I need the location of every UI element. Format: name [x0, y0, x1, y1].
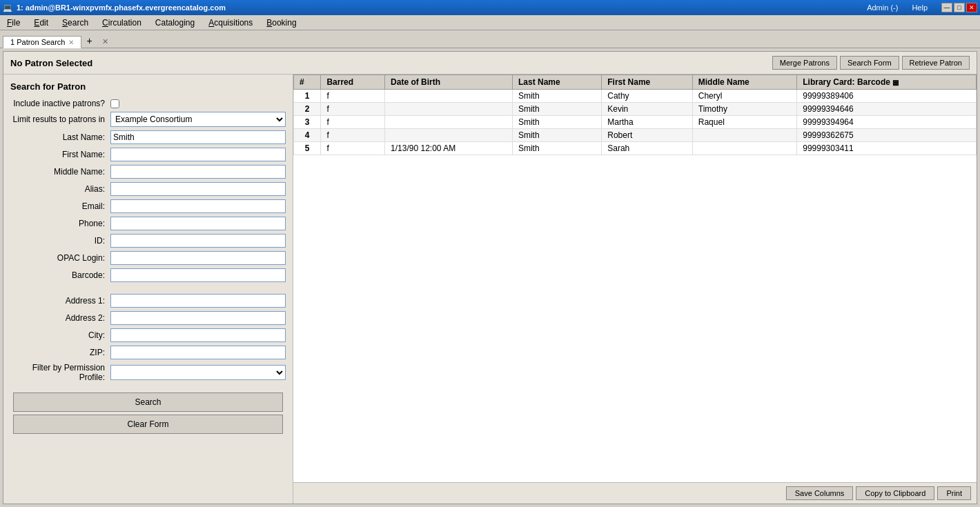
first-name-label: First Name:	[10, 150, 110, 159]
barcode-input[interactable]	[110, 268, 286, 282]
address1-label: Address 1:	[10, 296, 110, 306]
results-panel: # Barred Date of Birth Last Name First N…	[293, 74, 977, 504]
email-input[interactable]	[110, 199, 286, 213]
col-barcode: Library Card: Barcode ▦	[797, 75, 977, 90]
limit-results-label: Limit results to patrons in	[10, 115, 110, 124]
menu-bar: File Edit Search Circulation Cataloging …	[0, 15, 980, 30]
tab-patron-search[interactable]: 1 Patron Search ✕	[3, 36, 81, 48]
city-input[interactable]	[110, 328, 286, 342]
opac-login-row: OPAC Login:	[10, 251, 286, 265]
limit-results-row: Limit results to patrons in Example Cons…	[10, 112, 286, 127]
title-bar: 💻 1: admin@BR1-winxpvmfx.phasefx.evergre…	[0, 0, 980, 15]
menu-file[interactable]: File	[3, 17, 24, 29]
tab-add-button[interactable]: +	[81, 34, 98, 48]
minimize-button[interactable]: —	[941, 3, 952, 12]
col-dob: Date of Birth	[385, 75, 513, 90]
menu-booking[interactable]: Booking	[262, 17, 300, 29]
table-row[interactable]: 5f1/13/90 12:00 AMSmithSarah99999303411	[294, 142, 977, 155]
alias-label: Alias:	[10, 184, 110, 194]
tab-patron-search-label: 1 Patron Search	[10, 38, 66, 46]
menu-search[interactable]: Search	[58, 17, 92, 29]
action-buttons: Merge Patrons Search Form Retrieve Patro…	[772, 56, 970, 70]
main-content: No Patron Selected Merge Patrons Search …	[3, 51, 977, 504]
menu-edit[interactable]: Edit	[30, 17, 52, 29]
include-inactive-label: Include inactive patrons?	[10, 99, 110, 108]
tab-bar: 1 Patron Search ✕ + ✕	[0, 30, 980, 48]
table-row[interactable]: 1fSmithCathyCheryl99999389406	[294, 90, 977, 103]
last-name-label: Last Name:	[10, 132, 110, 142]
first-name-input[interactable]	[110, 148, 286, 161]
action-bar: No Patron Selected Merge Patrons Search …	[3, 52, 977, 74]
id-row: ID:	[10, 234, 286, 248]
city-label: City:	[10, 330, 110, 340]
barcode-label: Barcode:	[10, 270, 110, 280]
permission-profile-select[interactable]	[110, 365, 286, 380]
col-num: #	[294, 75, 321, 90]
menu-acquisitions[interactable]: Acquisitions	[204, 17, 257, 29]
email-row: Email:	[10, 199, 286, 213]
include-inactive-checkbox[interactable]	[110, 99, 119, 108]
retrieve-patron-button[interactable]: Retrieve Patron	[902, 56, 970, 70]
middle-name-input[interactable]	[110, 165, 286, 179]
clear-form-button[interactable]: Clear Form	[13, 415, 283, 434]
barcode-row: Barcode:	[10, 268, 286, 282]
address2-row: Address 2:	[10, 311, 286, 325]
limit-results-select[interactable]: Example Consortium	[110, 112, 286, 127]
address2-input[interactable]	[110, 311, 286, 325]
results-table-wrapper: # Barred Date of Birth Last Name First N…	[293, 74, 977, 482]
permission-profile-row: Filter by Permission Profile:	[10, 363, 286, 382]
col-middlename: Middle Name	[692, 75, 796, 90]
search-button[interactable]: Search	[13, 392, 283, 412]
email-label: Email:	[10, 201, 110, 211]
title-bar-text: 💻 1: admin@BR1-winxpvmfx.phasefx.evergre…	[3, 3, 226, 12]
no-patron-label: No Patron Selected	[10, 58, 92, 68]
phone-row: Phone:	[10, 217, 286, 230]
tab-close-icon[interactable]: ✕	[68, 39, 74, 46]
zip-label: ZIP:	[10, 348, 110, 357]
table-row[interactable]: 2fSmithKevinTimothy99999394646	[294, 103, 977, 116]
search-form-button[interactable]: Search Form	[840, 56, 899, 70]
zip-row: ZIP:	[10, 346, 286, 359]
include-inactive-row: Include inactive patrons?	[10, 99, 286, 108]
copy-clipboard-button[interactable]: Copy to Clipboard	[856, 486, 934, 500]
menu-circulation[interactable]: Circulation	[98, 17, 146, 29]
address2-label: Address 2:	[10, 313, 110, 323]
search-panel-title: Search for Patron	[10, 81, 286, 92]
phone-input[interactable]	[110, 217, 286, 230]
search-panel: Search for Patron Include inactive patro…	[3, 74, 293, 504]
zip-input[interactable]	[110, 346, 286, 359]
city-row: City:	[10, 328, 286, 342]
merge-patrons-button[interactable]: Merge Patrons	[772, 56, 837, 70]
opac-login-input[interactable]	[110, 251, 286, 265]
table-row[interactable]: 4fSmithRobert99999362675	[294, 129, 977, 142]
address1-input[interactable]	[110, 294, 286, 308]
print-button[interactable]: Print	[937, 486, 971, 500]
id-input[interactable]	[110, 234, 286, 248]
alias-input[interactable]	[110, 182, 286, 196]
save-columns-button[interactable]: Save Columns	[786, 486, 854, 500]
results-table: # Barred Date of Birth Last Name First N…	[293, 74, 977, 155]
first-name-row: First Name:	[10, 148, 286, 161]
middle-name-label: Middle Name:	[10, 167, 110, 177]
permission-profile-label: Filter by Permission Profile:	[10, 363, 110, 382]
opac-login-label: OPAC Login:	[10, 253, 110, 263]
last-name-row: Last Name:	[10, 130, 286, 144]
maximize-button[interactable]: □	[954, 3, 965, 12]
close-button[interactable]: ✕	[966, 3, 977, 12]
middle-name-row: Middle Name:	[10, 165, 286, 179]
search-button-area: Search Clear Form	[10, 392, 286, 434]
phone-label: Phone:	[10, 219, 110, 228]
last-name-input[interactable]	[110, 130, 286, 144]
window-controls: — □ ✕	[941, 3, 977, 12]
alias-row: Alias:	[10, 182, 286, 196]
id-label: ID:	[10, 236, 110, 246]
panel-close-button[interactable]: ✕	[98, 36, 112, 48]
col-firstname: First Name	[602, 75, 693, 90]
col-barred: Barred	[321, 75, 385, 90]
admin-label[interactable]: Admin (-)	[867, 3, 898, 12]
menu-cataloging[interactable]: Cataloging	[151, 17, 199, 29]
table-row[interactable]: 3fSmithMarthaRaquel99999394964	[294, 116, 977, 129]
content-area: Search for Patron Include inactive patro…	[3, 74, 977, 504]
window-title: 1: admin@BR1-winxpvmfx.phasefx.evergreen…	[17, 3, 226, 12]
help-label[interactable]: Help	[912, 3, 928, 12]
